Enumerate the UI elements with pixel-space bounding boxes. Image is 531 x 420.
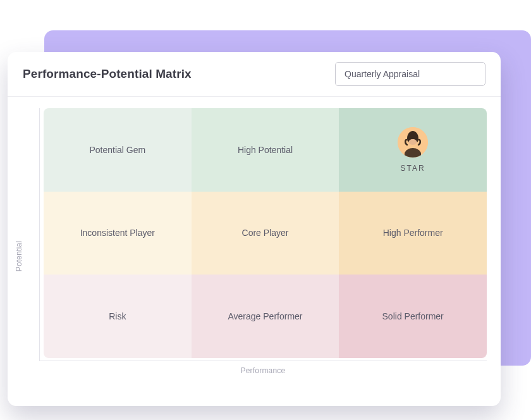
cell-label: Average Performer xyxy=(228,311,302,321)
cell-label: High Performer xyxy=(383,228,443,238)
cell-label: Solid Performer xyxy=(382,311,444,321)
cell-high-potential[interactable]: High Potential xyxy=(192,108,339,192)
appraisal-selector[interactable]: Quarterly Appraisal xyxy=(335,62,485,86)
matrix-card: Performance-Potential Matrix Quarterly A… xyxy=(8,52,501,406)
cell-label: STAR xyxy=(401,164,425,173)
cell-risk[interactable]: Risk xyxy=(44,275,192,358)
appraisal-selector-value: Quarterly Appraisal xyxy=(345,69,420,79)
cell-average-performer[interactable]: Average Performer xyxy=(192,275,339,358)
cell-star[interactable]: STAR xyxy=(339,108,487,192)
cell-label: Potential Gem xyxy=(89,145,145,155)
avatar xyxy=(398,127,428,158)
cell-inconsistent-player[interactable]: Inconsistent Player xyxy=(44,192,192,275)
page-title: Performance-Potential Matrix xyxy=(23,67,192,81)
card-header: Performance-Potential Matrix Quarterly A… xyxy=(8,52,501,96)
chart-area: Potential Potential Gem High Potential xyxy=(8,97,501,406)
cell-label: Inconsistent Player xyxy=(80,228,155,238)
cell-label: Risk xyxy=(109,311,126,321)
cell-core-player[interactable]: Core Player xyxy=(192,192,339,275)
x-axis-label: Performance xyxy=(39,366,487,375)
matrix-grid-wrapper: Potential Gem High Potential xyxy=(39,108,487,361)
cell-label: High Potential xyxy=(238,145,293,155)
cell-high-performer[interactable]: High Performer xyxy=(339,192,487,275)
matrix-grid: Potential Gem High Potential xyxy=(44,108,487,358)
cell-label: Core Player xyxy=(242,228,289,238)
avatar-icon xyxy=(398,127,428,158)
y-axis-label: Potential xyxy=(15,240,23,271)
cell-solid-performer[interactable]: Solid Performer xyxy=(339,275,487,358)
cell-potential-gem[interactable]: Potential Gem xyxy=(44,108,192,192)
